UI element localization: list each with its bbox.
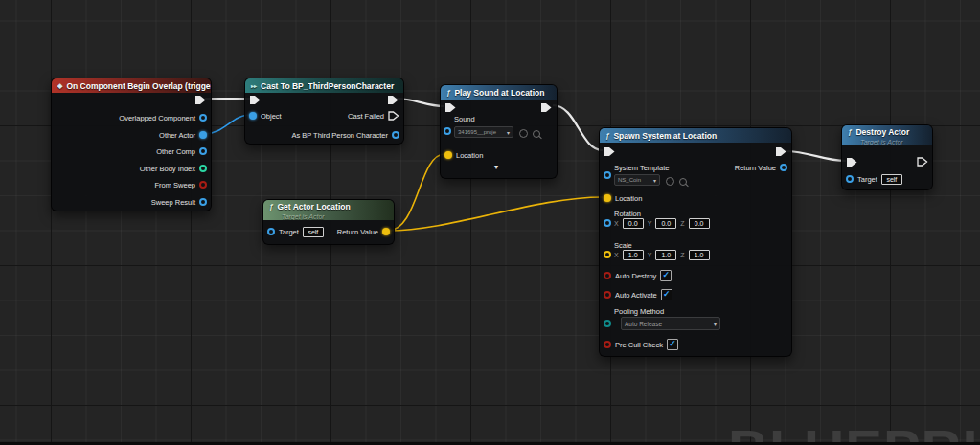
- chevron-down-icon: ▾: [653, 177, 656, 184]
- pin-row: Return Value: [337, 226, 390, 237]
- node-destroy-actor[interactable]: ƒ Destroy Actor Target is Actor Target s…: [841, 124, 933, 190]
- pooling-method-dropdown[interactable]: Auto Release ▾: [621, 317, 720, 330]
- rotation-z-field[interactable]: 0.0: [689, 218, 710, 229]
- scale-z-field[interactable]: 1.0: [689, 250, 710, 260]
- chevron-down-icon: ▾: [507, 129, 510, 136]
- pin-overlapped-component[interactable]: [199, 114, 207, 122]
- pin-exec-out[interactable]: [387, 95, 399, 105]
- use-selected-asset-icon[interactable]: [666, 177, 674, 186]
- node-header[interactable]: ƒ Spawn System at Location: [600, 128, 791, 143]
- pin-exec-out[interactable]: [917, 157, 928, 167]
- use-selected-asset-icon[interactable]: [519, 129, 528, 138]
- pin-other-actor[interactable]: [199, 131, 207, 139]
- pin-exec-in[interactable]: [604, 146, 616, 157]
- pin-auto-activate[interactable]: [604, 291, 611, 299]
- pin-cast-failed[interactable]: [388, 111, 399, 121]
- pin-other-body-index[interactable]: [199, 165, 207, 172]
- pin-system-template[interactable]: [604, 171, 611, 179]
- pin-auto-destroy[interactable]: [604, 272, 611, 279]
- node-header[interactable]: ◈ On Component Begin Overlap (trigger): [52, 78, 211, 93]
- wire-location-to-playsound[interactable]: [388, 154, 444, 231]
- node-get-actor-location[interactable]: ƒ Get Actor Location Target is Actor Tar…: [262, 199, 395, 245]
- browse-asset-icon[interactable]: [533, 130, 540, 138]
- pin-label: Other Body Index: [140, 165, 195, 173]
- pin-row: [444, 101, 457, 113]
- node-title: Cast To BP_ThirdPersonCharacter: [261, 81, 394, 91]
- system-template-dropdown[interactable]: NS_Coin ▾: [614, 174, 660, 186]
- rotation-y-field[interactable]: 0.0: [655, 218, 676, 229]
- node-cast-to-bp-thirdpersoncharacter[interactable]: ▸▸ Cast To BP_ThirdPersonCharacter Objec…: [244, 78, 404, 145]
- sound-asset-value: 341695__proje: [458, 129, 496, 135]
- pin-row: Cast Failed: [348, 110, 399, 122]
- axis-z-label: Z: [680, 220, 684, 227]
- axis-y-label: Y: [648, 220, 652, 227]
- pin-label: From Sweep: [154, 181, 195, 189]
- scale-y-field[interactable]: 1.0: [655, 250, 676, 260]
- pin-row: [604, 145, 616, 157]
- checkbox-auto-activate[interactable]: ✓: [661, 289, 672, 300]
- scale-x-field[interactable]: 1.0: [623, 250, 644, 260]
- sound-asset-dropdown[interactable]: 341695__proje ▾: [454, 126, 513, 138]
- pin-exec-in[interactable]: [846, 157, 858, 167]
- pin-row: Other Actor: [159, 129, 207, 141]
- pin-as-bp-third-person-character[interactable]: [392, 131, 399, 139]
- pin-pre-cull-check[interactable]: [604, 341, 611, 348]
- pin-exec-out[interactable]: [775, 146, 787, 157]
- pin-row: [540, 101, 553, 113]
- target-value-field[interactable]: self: [881, 174, 902, 185]
- wire-location-to-spawn[interactable]: [388, 197, 603, 231]
- node-header[interactable]: ▸▸ Cast To BP_ThirdPersonCharacter: [245, 78, 403, 93]
- pin-row: As BP Third Person Character: [291, 129, 399, 141]
- pin-exec-out[interactable]: [540, 102, 553, 113]
- pin-sweep-result[interactable]: [199, 198, 207, 206]
- pin-location[interactable]: [604, 194, 611, 202]
- asset-tools: [666, 177, 687, 186]
- pin-scale[interactable]: [604, 251, 611, 258]
- pin-row: Pre Cull Check ✓: [604, 339, 678, 350]
- pin-row: Target self: [846, 173, 902, 185]
- pin-return-value[interactable]: [780, 164, 787, 171]
- node-spawn-system-at-location[interactable]: ƒ Spawn System at Location Return Value …: [599, 127, 792, 357]
- pin-row: Auto Activate ✓: [604, 289, 672, 300]
- function-icon: ƒ: [848, 127, 852, 136]
- pin-other-comp[interactable]: [199, 147, 207, 155]
- chevron-down-icon: ▾: [714, 321, 717, 327]
- pin-exec-in[interactable]: [249, 95, 262, 105]
- wire-exec-spawn-to-destroy[interactable]: [785, 151, 846, 161]
- checkbox-pre-cull-check[interactable]: ✓: [667, 339, 678, 350]
- node-header[interactable]: ƒ Get Actor Location Target is Actor: [263, 200, 394, 220]
- wire-other-actor-to-object[interactable]: [205, 115, 250, 134]
- rotation-x-field[interactable]: 0.0: [623, 218, 644, 229]
- pin-pooling-method[interactable]: [604, 320, 611, 327]
- checkbox-auto-destroy[interactable]: ✓: [660, 270, 672, 281]
- wire-exec-playsound-to-spawn[interactable]: [553, 105, 603, 150]
- pin-return-value[interactable]: [382, 228, 390, 235]
- pin-target[interactable]: [846, 175, 854, 183]
- pin-from-sweep[interactable]: [199, 181, 207, 189]
- pin-label: Other Comp: [156, 147, 195, 156]
- rotation-fields: X 0.0 Y 0.0 Z 0.0: [614, 217, 710, 229]
- expand-advanced-icon[interactable]: ▾: [494, 164, 498, 171]
- node-play-sound-at-location[interactable]: ƒ Play Sound at Location Sound 341695__p…: [440, 84, 558, 179]
- pin-label: Auto Activate: [615, 291, 657, 300]
- axis-y-label: Y: [648, 252, 652, 258]
- pin-location[interactable]: [444, 151, 452, 159]
- node-header[interactable]: ƒ Destroy Actor Target is Actor: [842, 125, 932, 145]
- pin-exec-in[interactable]: [444, 102, 457, 113]
- function-icon: ƒ: [269, 202, 273, 211]
- pin-row: [194, 94, 207, 105]
- function-icon: ƒ: [446, 88, 450, 97]
- pin-object[interactable]: [249, 112, 257, 120]
- target-value-field[interactable]: self: [303, 227, 324, 237]
- node-subtitle: Target is Actor: [860, 139, 926, 145]
- pin-rotation[interactable]: [604, 219, 611, 227]
- pin-exec-out[interactable]: [194, 95, 207, 105]
- pin-target[interactable]: [267, 228, 275, 235]
- pin-row: From Sweep: [154, 179, 207, 190]
- pin-label: Target: [857, 175, 877, 184]
- pin-sound[interactable]: [444, 127, 451, 135]
- node-header[interactable]: ƒ Play Sound at Location: [441, 85, 557, 100]
- browse-asset-icon[interactable]: [679, 178, 687, 186]
- node-on-component-begin-overlap[interactable]: ◈ On Component Begin Overlap (trigger) O…: [51, 78, 212, 211]
- pin-row: Location: [604, 192, 642, 204]
